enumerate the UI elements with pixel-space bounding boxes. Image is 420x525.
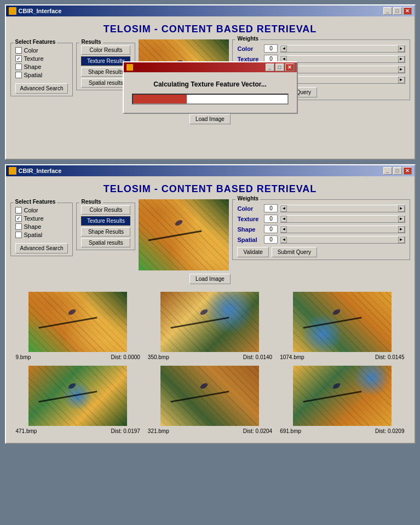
slider-right-shape-2[interactable]: ► (398, 226, 405, 233)
close-btn-1[interactable]: ✕ (403, 7, 412, 15)
result-image-2[interactable] (293, 292, 392, 352)
result-patches-4 (160, 366, 259, 426)
minimize-btn-1[interactable]: _ (383, 7, 392, 15)
weight-label-shape-2: Shape (237, 226, 262, 233)
result-image-3[interactable] (28, 366, 127, 426)
dialog-titlebar-buttons: _ □ ✕ (266, 64, 294, 71)
slider-left-shape-2[interactable]: ◄ (280, 226, 287, 233)
results-grid: 9.bmp Dist: 0.0000 350.bmp Dist: 0.0140 (10, 287, 410, 439)
minimize-btn-2[interactable]: _ (383, 167, 392, 175)
spatial-results-btn-2[interactable]: Spatial results (81, 238, 130, 247)
weight-row-spatial-2: Spatial ◄ ► (237, 235, 405, 244)
main-image-2 (139, 199, 229, 270)
maximize-btn-1[interactable]: □ (393, 7, 402, 15)
checkbox-shape-box-2[interactable] (15, 223, 22, 230)
result-image-0[interactable] (28, 292, 127, 352)
window-content-2: TELOSIM - CONTENT BASED RETRIEVAL Select… (6, 176, 415, 443)
titlebar-1: CBIR_Interface _ □ ✕ (6, 5, 415, 16)
maximize-btn-2[interactable]: □ (393, 167, 402, 175)
main-title-2: TELOSIM - CONTENT BASED RETRIEVAL (10, 181, 410, 199)
app-icon-1 (9, 7, 16, 15)
result-item-4: 321.bmp Dist: 0.0204 (147, 366, 273, 434)
result-image-1[interactable] (160, 292, 259, 352)
checkbox-spatial-2[interactable]: Spatial (15, 232, 68, 238)
slider-left-color-2[interactable]: ◄ (280, 205, 287, 212)
checkbox-color-2[interactable]: Color (15, 207, 68, 214)
checkbox-color-box-2[interactable] (15, 207, 22, 214)
slider-right-spatial-2[interactable]: ► (398, 236, 405, 243)
weight-input-shape-2[interactable] (264, 225, 278, 233)
weight-label-spatial-2: Spatial (237, 236, 262, 243)
weight-input-color-2[interactable] (264, 204, 278, 212)
result-filename-0: 9.bmp (16, 354, 31, 360)
dialog-maximize-btn[interactable]: □ (275, 64, 284, 71)
result-item-2: 1074.bmp Dist: 0.0145 (279, 292, 405, 360)
weight-row-shape-2: Shape ◄ ► (237, 225, 405, 233)
result-item-5: 691.bmp Dist: 0.0209 (279, 366, 405, 434)
weights-panel-2: Weights Color ◄ ► Texture ◄ (232, 199, 410, 260)
results-buttons-2: Color Results Texture Results Shape Resu… (81, 205, 130, 247)
checkbox-texture-label-2: Texture (24, 215, 44, 222)
result-filename-5: 691.bmp (280, 428, 301, 434)
shape-results-btn-2[interactable]: Shape Results (81, 227, 130, 236)
result-dist-5: Dist: 0.0209 (375, 428, 404, 434)
dialog-minimize-btn[interactable]: _ (266, 64, 274, 71)
result-patches-3 (28, 366, 127, 426)
slider-color-2[interactable]: ◄ ► (280, 205, 405, 212)
checkbox-shape-label-2: Shape (24, 223, 42, 230)
weight-row-color-2: Color ◄ ► (237, 204, 405, 212)
checkbox-texture-2[interactable]: ✓ Texture (15, 215, 68, 222)
weight-label-color-2: Color (237, 205, 262, 212)
window-2: CBIR_Interface _ □ ✕ TELOSIM - CONTENT B… (5, 164, 416, 444)
titlebar-2: CBIR_Interface _ □ ✕ (6, 165, 415, 176)
submit-query-btn-2[interactable]: Submit Query (272, 247, 317, 257)
weight-row-texture-2: Texture ◄ ► (237, 215, 405, 223)
titlebar-title-1: CBIR_Interface (9, 7, 62, 15)
titlebar-buttons-2: _ □ ✕ (383, 167, 412, 175)
slider-spatial-2[interactable]: ◄ ► (280, 236, 405, 244)
result-image-5[interactable] (293, 366, 392, 426)
result-image-4[interactable] (160, 366, 259, 426)
dialog-overlay-1: _ □ ✕ Calculating Texture Feature Vector… (6, 16, 415, 159)
checkbox-spatial-label-2: Spatial (24, 232, 43, 238)
close-btn-2[interactable]: ✕ (403, 167, 412, 175)
image-patches-2 (139, 199, 229, 270)
result-caption-2: 1074.bmp Dist: 0.0145 (279, 354, 405, 360)
top-section-2: Select Features Color ✓ Texture Shape Sp… (10, 199, 410, 270)
slider-left-spatial-2[interactable]: ◄ (280, 236, 287, 243)
result-patches-5 (293, 366, 392, 426)
advanced-search-btn-2[interactable]: Advanced Search (15, 243, 68, 253)
result-patches-2 (293, 292, 392, 352)
result-caption-3: 471.bmp Dist: 0.0197 (15, 428, 141, 434)
validate-btn-2[interactable]: Validate (237, 247, 268, 257)
slider-shape-2[interactable]: ◄ ► (280, 226, 405, 233)
weight-input-texture-2[interactable] (264, 215, 278, 223)
dialog-close-btn[interactable]: ✕ (285, 64, 294, 71)
result-dist-1: Dist: 0.0140 (243, 354, 272, 360)
progress-dialog: _ □ ✕ Calculating Texture Feature Vector… (123, 61, 298, 114)
result-patches-0 (28, 292, 127, 352)
weights-box-2: Weights Color ◄ ► Texture ◄ (232, 199, 410, 260)
slider-right-color-2[interactable]: ► (398, 205, 405, 212)
results-panel-2: Results Color Results Texture Results Sh… (76, 203, 135, 250)
color-results-btn-2[interactable]: Color Results (81, 205, 130, 215)
slider-right-texture-2[interactable]: ► (398, 216, 405, 222)
slider-left-texture-2[interactable]: ◄ (280, 216, 287, 222)
result-item-0: 9.bmp Dist: 0.0000 (15, 292, 141, 360)
result-filename-3: 471.bmp (16, 428, 37, 434)
checkbox-texture-box-2[interactable]: ✓ (15, 215, 22, 222)
result-filename-4: 321.bmp (148, 428, 169, 434)
texture-results-btn-2[interactable]: Texture Results (81, 216, 130, 226)
slider-texture-2[interactable]: ◄ ► (280, 215, 405, 223)
results-legend-2: Results (79, 199, 102, 205)
validate-row-2: Validate Submit Query (237, 247, 405, 257)
checkbox-spatial-box-2[interactable] (15, 232, 22, 238)
dialog-icon (126, 64, 133, 71)
weight-input-spatial-2[interactable] (264, 235, 278, 244)
checkbox-shape-2[interactable]: Shape (15, 223, 68, 230)
titlebar-buttons-1: _ □ ✕ (383, 7, 412, 15)
load-image-btn-2[interactable]: Load Image (189, 274, 231, 284)
result-dist-3: Dist: 0.0197 (111, 428, 140, 434)
dialog-titlebar-title (126, 64, 133, 71)
dialog-text: Calculating Texture Feature Vector... (132, 80, 289, 88)
